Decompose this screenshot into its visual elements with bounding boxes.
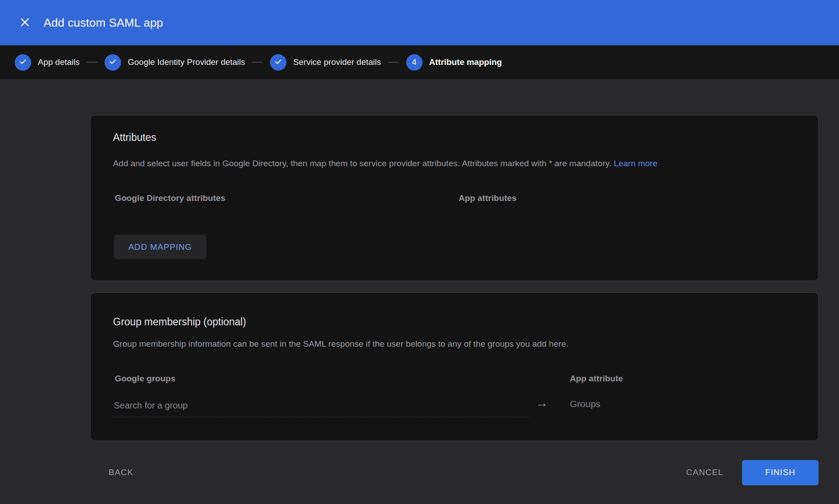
- back-button[interactable]: BACK: [105, 463, 137, 482]
- group-membership-card-title: Group membership (optional): [113, 316, 246, 328]
- step-3-completed-circle: [270, 54, 286, 71]
- step-service-provider-details[interactable]: Service provider details: [270, 54, 381, 71]
- step-connector: [388, 62, 399, 63]
- dialog-title: Add custom SAML app: [44, 16, 163, 30]
- step-attribute-mapping[interactable]: 4 Attribute mapping: [406, 54, 502, 71]
- step-1-label: App details: [38, 57, 80, 67]
- app-attributes-header: App attributes: [459, 193, 516, 203]
- step-app-details[interactable]: App details: [15, 54, 80, 71]
- add-mapping-button[interactable]: ADD MAPPING: [114, 235, 206, 259]
- add-saml-app-dialog: Add custom SAML app App details: [0, 0, 839, 504]
- step-connector: [252, 62, 263, 63]
- step-1-completed-circle: [15, 54, 31, 71]
- close-button[interactable]: [16, 14, 34, 32]
- step-3-label: Service provider details: [293, 57, 381, 67]
- attributes-card-title: Attributes: [113, 132, 156, 144]
- step-connector: [87, 62, 97, 63]
- step-4-active-circle: 4: [406, 54, 423, 71]
- cancel-button[interactable]: CANCEL: [682, 463, 727, 482]
- finish-button[interactable]: FINISH: [742, 460, 819, 485]
- check-icon: [274, 57, 282, 68]
- group-search-input[interactable]: [113, 394, 529, 417]
- step-google-idp-details[interactable]: Google Identity Provider details: [105, 54, 245, 71]
- dialog-header: Add custom SAML app: [0, 0, 839, 45]
- google-directory-attributes-header: Google Directory attributes: [115, 193, 226, 203]
- check-icon: [19, 57, 27, 68]
- step-2-label: Google Identity Provider details: [128, 57, 245, 67]
- step-4-number: 4: [412, 57, 417, 67]
- group-membership-card: Group membership (optional) Group member…: [90, 292, 819, 441]
- attributes-card: Attributes Add and select user fields in…: [90, 115, 819, 281]
- group-membership-card-description: Group membership information can be sent…: [113, 339, 569, 349]
- step-4-label: Attribute mapping: [429, 57, 502, 67]
- step-2-completed-circle: [105, 54, 121, 71]
- attributes-card-description: Add and select user fields in Google Dir…: [113, 159, 657, 168]
- learn-more-link[interactable]: Learn more: [614, 159, 657, 168]
- app-attribute-value: Groups: [570, 399, 601, 409]
- google-groups-header: Google groups: [115, 374, 175, 384]
- close-icon: [19, 16, 31, 29]
- footer-actions: BACK CANCEL FINISH: [90, 458, 819, 487]
- app-attribute-header: App attribute: [570, 374, 623, 384]
- check-icon: [109, 57, 117, 68]
- stepper-bar: App details Google Identity Provider det…: [0, 45, 839, 79]
- attributes-description-text: Add and select user fields in Google Dir…: [113, 159, 611, 168]
- mapping-arrow-icon: →: [536, 394, 548, 412]
